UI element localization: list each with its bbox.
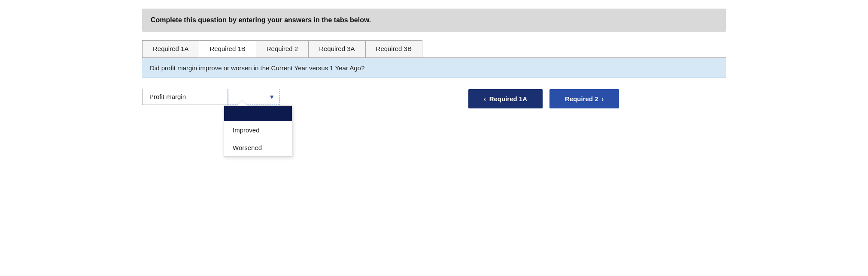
chevron-down-icon: ▼ [269,93,275,100]
prev-button[interactable]: ‹ Required 1A [468,89,543,108]
page-container: Complete this question by entering your … [142,0,726,124]
field-label: Profit margin [142,89,228,105]
tab-required-1b[interactable]: Required 1B [199,40,256,57]
dropdown-caret [237,101,247,106]
field-row: Profit margin ▼ Improved Worsened ‹ Requ… [142,85,726,108]
next-button[interactable]: Required 2 › [549,89,619,108]
instruction-text: Complete this question by entering your … [151,16,371,24]
tabs-container: Required 1A Required 1B Required 2 Requi… [142,40,726,58]
dropdown-header [224,106,292,121]
dropdown-trigger[interactable]: ▼ [228,89,279,105]
tab-required-3a[interactable]: Required 3A [308,40,365,57]
question-text: Did profit margin improve or worsen in t… [150,64,364,72]
dropdown-item-improved[interactable]: Improved [224,121,292,139]
chevron-right-icon: › [602,96,604,102]
instruction-banner: Complete this question by entering your … [142,9,726,32]
dropdown-item-worsened[interactable]: Worsened [224,139,292,156]
tab-required-1a[interactable]: Required 1A [142,40,199,57]
question-banner: Did profit margin improve or worsen in t… [142,58,726,78]
chevron-left-icon: ‹ [484,96,486,102]
tab-required-2[interactable]: Required 2 [256,40,309,57]
dropdown-menu: Improved Worsened [224,105,292,157]
nav-buttons: ‹ Required 1A Required 2 › [468,89,619,108]
tab-required-3b[interactable]: Required 3B [365,40,422,57]
